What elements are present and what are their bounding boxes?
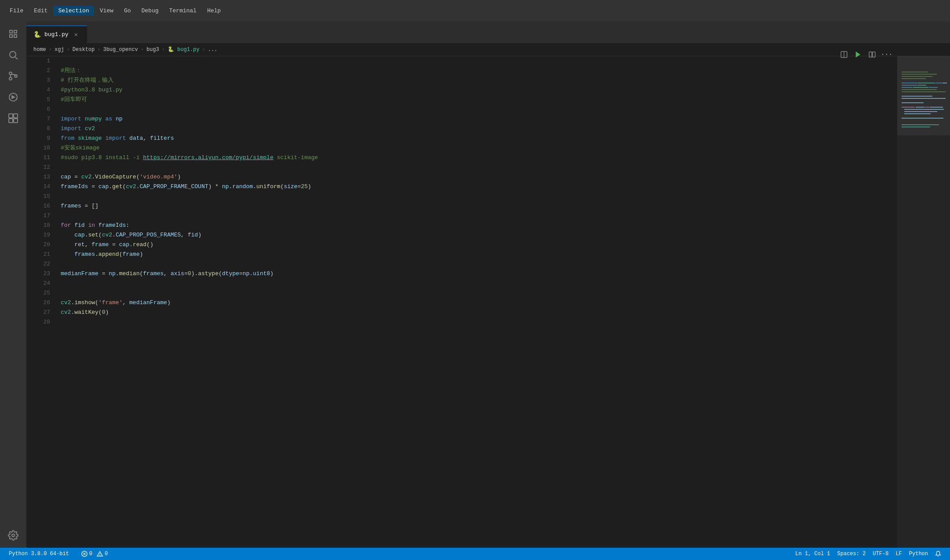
code-line-8: import cv2 <box>61 124 897 134</box>
code-line-27: cv2.waitKey(0) <box>61 308 897 317</box>
menu-file[interactable]: File <box>5 6 28 16</box>
tab-bar: 🐍 bug1.py ✕ <box>26 22 950 43</box>
editor-tab-bug1py[interactable]: 🐍 bug1.py ✕ <box>26 25 87 43</box>
code-line-4: #python3.8 bug1.py <box>61 85 897 95</box>
language-status[interactable]: Python <box>906 548 932 560</box>
code-line-28 <box>61 317 897 327</box>
svg-rect-9 <box>14 119 18 123</box>
run-button[interactable] <box>851 48 865 61</box>
encoding-status[interactable]: UTF-8 <box>869 548 892 560</box>
menu-bar: File Edit Selection View Go Debug Termin… <box>0 0 950 22</box>
code-line-14: frameIds = cap.get(cv2.CAP_PROP_FRAME_CO… <box>61 182 897 192</box>
line-numbers: 1 2 3 4 5 6 7 8 9 10 11 12 13 14 15 16 1… <box>26 56 57 548</box>
language-label: Python <box>909 551 928 557</box>
breadcrumb-xgj[interactable]: xgj <box>55 47 64 53</box>
code-line-16: frames = [] <box>61 201 897 211</box>
code-line-12 <box>61 163 897 172</box>
code-line-7: import numpy as np <box>61 114 897 124</box>
cursor-position-status[interactable]: Ln 1, Col 1 <box>792 548 833 560</box>
svg-rect-14 <box>869 52 872 57</box>
code-line-5: #回车即可 <box>61 95 897 105</box>
python-file-icon: 🐍 <box>33 31 41 38</box>
menu-go[interactable]: Go <box>120 6 135 16</box>
code-editor[interactable]: 1 2 3 4 5 6 7 8 9 10 11 12 13 14 15 16 1… <box>26 56 950 548</box>
code-line-19: cap.set(cv2.CAP_PROP_POS_FRAMES, fid) <box>61 230 897 240</box>
svg-point-10 <box>12 534 15 537</box>
eol-status[interactable]: LF <box>892 548 905 560</box>
menu-terminal[interactable]: Terminal <box>165 6 201 16</box>
debug-icon[interactable] <box>4 88 22 106</box>
svg-rect-7 <box>14 114 18 118</box>
svg-rect-8 <box>9 119 13 123</box>
code-line-18: for fid in frameIds: <box>61 221 897 230</box>
notifications-button[interactable] <box>932 548 945 560</box>
status-right: Ln 1, Col 1 Spaces: 2 UTF-8 LF Python <box>792 548 945 560</box>
svg-point-49 <box>99 555 100 556</box>
code-line-17 <box>61 211 897 221</box>
split-editor-button[interactable] <box>837 48 851 61</box>
svg-rect-6 <box>9 114 13 118</box>
activity-bar <box>0 22 26 548</box>
breadcrumb-home[interactable]: home <box>33 47 46 53</box>
code-line-10: #安装skimage <box>61 143 897 153</box>
eol-label: LF <box>895 551 902 557</box>
code-line-25 <box>61 288 897 298</box>
svg-rect-44 <box>897 56 950 135</box>
breadcrumb-ellipsis[interactable]: ... <box>208 47 218 53</box>
status-bar: Python 3.8.0 64-bit 0 0 Ln 1, Col 1 Spac… <box>0 548 950 560</box>
encoding-label: UTF-8 <box>873 551 888 557</box>
code-line-3: # 打开在终端，输入 <box>61 76 897 85</box>
code-line-22 <box>61 259 897 269</box>
svg-rect-15 <box>873 52 875 57</box>
settings-icon[interactable] <box>4 527 22 544</box>
code-line-24 <box>61 279 897 288</box>
more-actions-button[interactable]: ··· <box>880 48 893 61</box>
source-control-icon[interactable] <box>4 67 22 85</box>
python-version-status[interactable]: Python 3.8.0 64-bit <box>5 548 73 560</box>
code-line-23: medianFrame = np.median(frames, axis=0).… <box>61 269 897 279</box>
minimap <box>897 56 950 548</box>
spaces-status[interactable]: Spaces: 2 <box>834 548 870 560</box>
search-icon[interactable] <box>4 46 22 64</box>
menu-view[interactable]: View <box>95 6 118 16</box>
tab-close-button[interactable]: ✕ <box>72 31 80 39</box>
code-line-11: #sudo pip3.8 install -i https://mirrors.… <box>61 153 897 163</box>
svg-point-0 <box>10 51 16 58</box>
svg-point-3 <box>9 77 12 80</box>
code-line-21: frames.append(frame) <box>61 250 897 259</box>
menu-selection[interactable]: Selection <box>54 6 93 16</box>
status-left: Python 3.8.0 64-bit 0 0 <box>5 548 111 560</box>
python-version-label: Python 3.8.0 64-bit <box>9 551 69 557</box>
code-line-20: ret, frame = cap.read() <box>61 240 897 250</box>
errors-status[interactable]: 0 0 <box>78 548 111 560</box>
editor-area: 🐍 bug1.py ✕ home › xgj › Desktop › 3bug_… <box>26 22 950 548</box>
code-content[interactable]: #用法： # 打开在终端，输入 #python3.8 bug1.py #回车即可… <box>57 56 897 548</box>
tab-filename: bug1.py <box>44 31 69 38</box>
cursor-position-label: Ln 1, Col 1 <box>795 551 830 557</box>
explorer-icon[interactable] <box>4 25 22 43</box>
code-line-1 <box>61 56 897 66</box>
spaces-label: Spaces: 2 <box>837 551 866 557</box>
menu-debug[interactable]: Debug <box>137 6 163 16</box>
breadcrumb-desktop[interactable]: Desktop <box>73 47 95 53</box>
menu-help[interactable]: Help <box>203 6 225 16</box>
menu-edit[interactable]: Edit <box>29 6 52 16</box>
breadcrumb-file[interactable]: 🐍 bug1.py <box>168 46 200 53</box>
svg-line-1 <box>15 57 18 60</box>
extensions-icon[interactable] <box>4 109 22 127</box>
warning-count: 0 <box>105 551 108 557</box>
code-line-9: from skimage import data, filters <box>61 134 897 143</box>
breadcrumb-3bug-opencv[interactable]: 3bug_opencv <box>103 47 138 53</box>
svg-marker-13 <box>856 51 861 58</box>
breadcrumb-bug3[interactable]: bug3 <box>146 47 159 53</box>
main-layout: 🐍 bug1.py ✕ home › xgj › Desktop › 3bug_… <box>0 22 950 548</box>
breadcrumb: home › xgj › Desktop › 3bug_opencv › bug… <box>26 43 950 56</box>
code-line-13: cap = cv2.VideoCapture('video.mp4') <box>61 172 897 182</box>
error-count: 0 <box>89 551 92 557</box>
code-line-6 <box>61 105 897 114</box>
code-line-26: cv2.imshow('frame', medianFrame) <box>61 298 897 308</box>
code-line-15 <box>61 192 897 201</box>
split-right-button[interactable] <box>866 48 879 61</box>
code-line-2: #用法： <box>61 66 897 76</box>
